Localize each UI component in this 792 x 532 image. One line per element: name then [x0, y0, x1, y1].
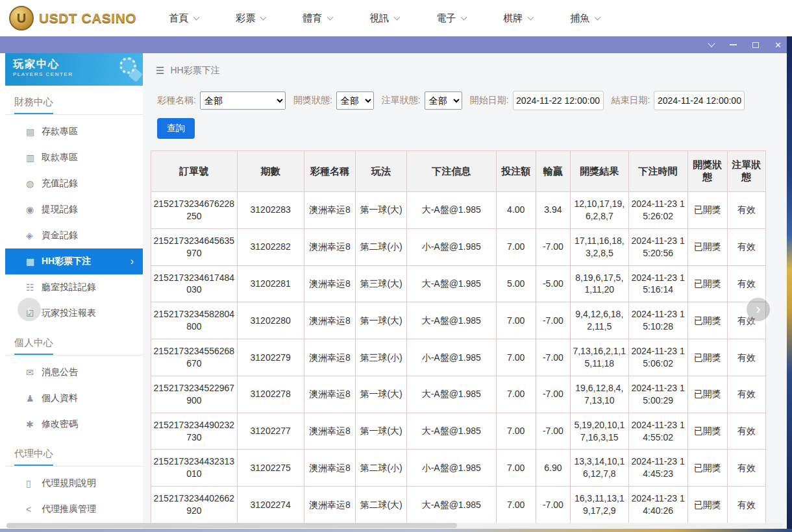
nav-label: 彩票	[236, 12, 255, 25]
table-cell: 2152173234490232730	[151, 413, 238, 450]
table-cell: 31202280	[237, 302, 304, 339]
carousel-prev-icon[interactable]: ‹	[18, 298, 41, 321]
table-cell: 有效	[727, 265, 765, 302]
nav-item-home[interactable]: 首頁	[169, 12, 199, 25]
table-row: 215217323449023273031202277澳洲幸运8第一球(大)大-…	[151, 413, 766, 450]
close-icon[interactable]: ✕	[774, 41, 782, 49]
carousel-next-icon[interactable]: ›	[747, 298, 770, 321]
table-cell: 有效	[727, 192, 765, 229]
sidebar-item-withdraw-area[interactable]: ▥取款專區	[5, 145, 143, 171]
start-date-label: 開始日期:	[470, 95, 509, 106]
scrollbar-thumb[interactable]	[6, 523, 457, 528]
room-records-icon: ☷	[26, 282, 42, 293]
breadcrumb: ☰ HH彩票下注	[143, 53, 787, 77]
nav-item-fishing[interactable]: 捕魚	[570, 12, 600, 25]
column-header: 下注時間	[628, 151, 687, 192]
sidebar-item-deposit-area[interactable]: ▤存款專區	[5, 119, 143, 145]
start-date-input[interactable]	[513, 91, 604, 110]
table-cell: 有效	[727, 450, 765, 487]
draw-status-select[interactable]: 全部	[336, 91, 374, 110]
sidebar-item-profile[interactable]: ♟個人資料	[5, 385, 143, 411]
table-cell: 19,6,12,8,4,7,13,10	[570, 376, 628, 413]
table-cell: 小-A盤@1.985	[406, 339, 496, 376]
nav-item-cards[interactable]: 棋牌	[503, 12, 533, 25]
nav-item-lottery[interactable]: 彩票	[236, 12, 266, 25]
nav-item-slots[interactable]: 電子	[436, 12, 466, 25]
table-cell: 8,19,6,17,5,1,11,20	[570, 265, 628, 302]
table-cell: 第一球(大)	[356, 413, 407, 450]
table-cell: 31202275	[237, 450, 304, 487]
sidebar-item-change-password[interactable]: ✱修改密碼	[5, 411, 143, 437]
table-row: 215217323455626867031202279澳洲幸运8第三球(小)小-…	[151, 339, 766, 376]
section-title-personal-center: 個人中心	[5, 326, 143, 355]
sidebar-item-agent-promotion[interactable]: <代理推廣管理	[5, 496, 143, 522]
table-row: 215217323464563597031202282澳洲幸运8第二球(小)小-…	[151, 228, 766, 265]
table-cell: 2152173234402662920	[151, 487, 238, 524]
sidebar-item-label: 取款專區	[42, 152, 78, 163]
sidebar-item-agent-rules[interactable]: ▯代理規則說明	[5, 470, 143, 496]
table-cell: 4.00	[496, 192, 536, 229]
nav-label: 體育	[303, 12, 322, 25]
table-cell: 澳洲幸运8	[304, 339, 356, 376]
column-header: 開獎狀態	[687, 151, 727, 192]
background-image-bottom-edge	[0, 529, 792, 532]
sidebar-item-room-bet-records[interactable]: ☷廳室投註記錄	[5, 274, 143, 300]
top-navigation-bar: U USDT CASINO 首頁彩票體育視訊電子棋牌捕魚	[0, 0, 792, 36]
sidebar-item-label: 廳室投註記錄	[42, 282, 96, 293]
section-title-text: 個人中心	[14, 337, 53, 355]
table-cell: 2024-11-23 15:06:02	[628, 339, 687, 376]
table-cell: 31202282	[237, 228, 304, 265]
logo[interactable]: U USDT CASINO	[9, 6, 136, 30]
table-cell: 已開獎	[687, 376, 727, 413]
table-cell: 31202279	[237, 339, 304, 376]
table-cell: 澳洲幸运8	[304, 302, 356, 339]
horizontal-scrollbar[interactable]	[6, 523, 783, 528]
table-cell: 小-A盤@1.985	[406, 228, 496, 265]
sidebar-item-label: 存款專區	[42, 126, 78, 138]
sidebar-item-recharge-records[interactable]: ◍充值記錄	[5, 171, 143, 197]
end-date-label: 結束日期:	[612, 95, 650, 106]
table-cell: 第三球(大)	[356, 265, 407, 302]
gear-icon: ✱	[26, 419, 42, 429]
table-cell: 2152173234645635970	[151, 228, 238, 265]
table-cell: 2024-11-23 14:55:02	[628, 413, 687, 450]
table-cell: 大-A盤@1.985	[406, 302, 496, 339]
menu-icon[interactable]: ☰	[156, 65, 164, 77]
chevron-down-icon	[595, 14, 601, 20]
lottery-name-select[interactable]: 全部	[200, 91, 286, 110]
recharge-icon: ◍	[26, 178, 42, 189]
table-cell: 2024-11-23 14:40:26	[628, 487, 687, 524]
sidebar-item-label: 消息公告	[42, 367, 78, 378]
sidebar-item-funds-records[interactable]: ◈資金記錄	[5, 223, 143, 248]
sidebar-item-hh-lottery-bets[interactable]: ▦HH彩票下注	[5, 248, 143, 274]
end-date-input[interactable]	[654, 91, 745, 110]
background-image-edge	[787, 36, 792, 532]
search-button[interactable]: 查詢	[157, 118, 195, 139]
minimize-icon[interactable]	[730, 44, 737, 45]
sidebar-item-label: 資金記錄	[42, 230, 78, 241]
bet-status-select[interactable]: 全部	[425, 91, 462, 110]
table-cell: 7.00	[496, 450, 536, 487]
section-divider	[5, 355, 143, 356]
table-cell: 7.00	[496, 302, 536, 339]
table-cell: 澳洲幸运8	[304, 265, 356, 302]
table-cell: 大-A盤@1.985	[406, 265, 496, 302]
table-cell: 已開獎	[687, 265, 727, 302]
sidebar-item-announcements[interactable]: ✉消息公告	[5, 359, 143, 385]
table-cell: 3.94	[536, 192, 570, 229]
bet-status-label: 注單狀態:	[382, 95, 421, 106]
nav-item-live[interactable]: 視訊	[369, 12, 399, 25]
chevron-down-icon	[528, 14, 534, 20]
table-cell: 第二球(小)	[356, 228, 407, 265]
table-row: 215217323452296790031202278澳洲幸运8第一球(大)大-…	[151, 376, 766, 413]
nav-label: 棋牌	[503, 12, 523, 25]
nav-item-sports[interactable]: 體育	[303, 12, 332, 25]
section-divider	[5, 466, 143, 466]
sidebar-item-cashout-records[interactable]: ◉提現記錄	[5, 197, 143, 223]
table-cell: 有效	[727, 376, 765, 413]
window-chevron-down-icon[interactable]	[708, 40, 715, 47]
lottery-ledger-icon: ▦	[26, 256, 42, 267]
table-cell: 31202283	[237, 192, 304, 229]
maximize-icon[interactable]	[752, 42, 759, 48]
table-cell: 有效	[727, 228, 765, 265]
